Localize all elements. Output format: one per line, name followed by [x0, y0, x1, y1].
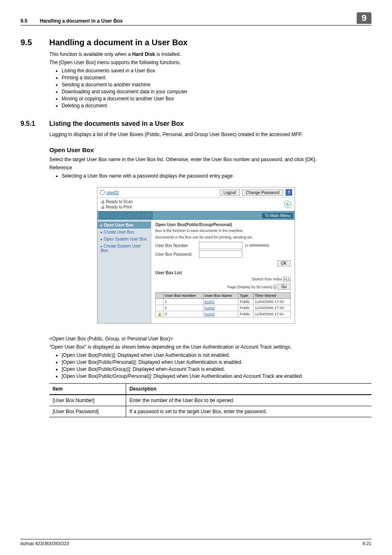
nav-icon[interactable]: [108, 212, 116, 219]
section-heading-number: 9.5: [21, 38, 49, 47]
page-header: 9.5 Handling a document in a User Box 9: [21, 12, 371, 25]
list-item: Selecting a User Box name with a passwor…: [62, 173, 371, 179]
panel-desc-1: Box is the function to save documents in…: [155, 229, 291, 233]
table-header-item: Item: [49, 384, 126, 395]
panel-desc-2: Documents in the Box can be used for pri…: [155, 235, 291, 239]
reference-bullet-list: Selecting a User Box name with a passwor…: [56, 173, 371, 179]
col-name: User Box Name: [203, 293, 238, 299]
user-box-number-input[interactable]: [199, 242, 242, 249]
col-type: Type: [238, 293, 254, 299]
panel-title: Open User Box(Public/Group/Personal): [155, 222, 291, 227]
list-item: [Open User Box(Public/Group/Personal)]: …: [62, 373, 371, 379]
list-item: Deleting a document: [62, 103, 371, 109]
table-row: 1 box01 Public 11/04/2009 17:43: [156, 299, 291, 305]
user-box-list-title: User Box List: [155, 271, 291, 275]
user-box-password-input[interactable]: [199, 250, 242, 258]
lock-icon: [156, 299, 164, 305]
subsection-heading: 9.5.1Listing the documents saved in a Us…: [21, 120, 371, 127]
section-heading-title: Handling a document in a User Box: [49, 38, 188, 47]
status-ready-scan: Ready to Scan: [101, 199, 133, 204]
table-row: [User Box Password] If a password is set…: [49, 406, 371, 417]
subsection-number: 9.5.1: [21, 120, 49, 127]
angle-bracket-line: <Open User Box (Public, Group, or Person…: [49, 336, 371, 342]
page-footer: bizhub 423/363/283/223 9-21: [21, 539, 371, 546]
sidebar-item-open-system-user-box[interactable]: Open System User Box: [97, 236, 151, 243]
section-heading: 9.5Handling a document in a User Box: [21, 38, 371, 47]
footer-page-number: 9-21: [362, 541, 371, 546]
box-link[interactable]: box01: [205, 300, 215, 304]
help-icon[interactable]: ?: [286, 189, 292, 196]
screenshot-panel: user01 Logout Change Password ? Ready to…: [97, 187, 295, 324]
list-item: Listing the documents saved in a User Bo…: [62, 68, 371, 74]
list-item: Moving or copying a document to another …: [62, 96, 371, 102]
user-box-password-label: User Box Password: [155, 252, 196, 257]
table-header-description: Description: [126, 384, 372, 395]
sidebar-item-create-user-box[interactable]: Create User Box: [97, 229, 151, 236]
footer-model: bizhub 423/363/283/223: [21, 541, 69, 546]
user-box-number-range: (1-999999999): [245, 243, 269, 247]
intro-paragraph-1: This function is available only when a H…: [49, 51, 371, 57]
status-ready-print: Ready to Print: [101, 205, 133, 209]
list-item: Printing a document: [62, 75, 371, 81]
item-description-table: Item Description [User Box Number] Enter…: [49, 383, 371, 417]
ok-button[interactable]: OK: [277, 260, 291, 266]
logout-button[interactable]: Logout: [220, 190, 240, 196]
user-icon: [100, 190, 105, 195]
subsection-paragraph: Logging in displays a list of the User B…: [49, 132, 371, 137]
lock-icon: 🔒: [156, 311, 164, 317]
box-link[interactable]: box02: [205, 306, 215, 310]
to-main-menu-button[interactable]: To Main Menu: [262, 213, 293, 218]
list-item: [Open User Box(Public/Group)]: Displayed…: [62, 366, 371, 372]
list-item: [Open User Box(Public/Personal)]: Displa…: [62, 359, 371, 365]
nav-icon[interactable]: [117, 212, 125, 219]
nav-icon[interactable]: [144, 212, 152, 219]
col-number: User Box Number: [164, 293, 203, 299]
sidebar-item-create-system-user-box[interactable]: Create System User Box: [97, 243, 151, 254]
col-lock: [156, 293, 164, 299]
user-box-number-label: User Box Number: [155, 243, 196, 248]
col-time: Time Stored: [254, 293, 291, 299]
go-button[interactable]: Go: [278, 284, 291, 290]
open-user-box-variants-intro: "Open User Box" is displayed as shown be…: [49, 344, 371, 350]
box-link[interactable]: box03: [205, 312, 215, 316]
list-item: Downloading and saving document data in …: [62, 89, 371, 95]
header-section-title: Handling a document in a User Box: [40, 18, 123, 24]
subsection-title: Listing the documents saved in a User Bo…: [49, 120, 184, 127]
variants-bullet-list: [Open User Box(Public)]: Displayed when …: [56, 352, 371, 379]
reference-label: Reference: [49, 165, 371, 171]
user-box-table: User Box Number User Box Name Type Time …: [155, 292, 291, 317]
table-row: 🔒 3 box03 Public 11/04/2009 17:44: [156, 311, 291, 317]
open-user-box-paragraph: Select the target User Box name in the U…: [49, 157, 371, 162]
table-row: [User Box Number] Enter the number of th…: [49, 395, 371, 406]
refresh-icon[interactable]: ↻: [284, 201, 291, 208]
list-item: Sending a document to another machine: [62, 82, 371, 88]
open-user-box-heading: Open User Box: [49, 146, 371, 153]
table-row: 2 box02 Public 11/04/2009 17:43: [156, 305, 291, 311]
intro-paragraph-2: The [Open User Box] menu supports the fo…: [49, 60, 371, 65]
list-item: [Open User Box(Public)]: Displayed when …: [62, 352, 371, 358]
search-from-index-label: Search from Index: [252, 277, 282, 281]
page-select[interactable]: 1: [274, 284, 277, 289]
user-link[interactable]: user01: [106, 190, 119, 195]
lock-icon: [156, 305, 164, 311]
intro-bullet-list: Listing the documents saved in a User Bo…: [56, 68, 371, 109]
nav-icon[interactable]: [135, 212, 143, 219]
header-section-number: 9.5: [21, 18, 28, 24]
sidebar-item-open-user-box[interactable]: Open User Box: [97, 222, 151, 229]
chapter-number-badge: 9: [357, 12, 371, 24]
nav-icon[interactable]: [126, 212, 134, 219]
change-password-button[interactable]: Change Password: [242, 190, 283, 196]
nav-icon[interactable]: [99, 212, 107, 219]
page-display-label: Page (Display by 50 cases): [228, 285, 273, 289]
search-index-select[interactable]: ALL: [283, 277, 291, 282]
